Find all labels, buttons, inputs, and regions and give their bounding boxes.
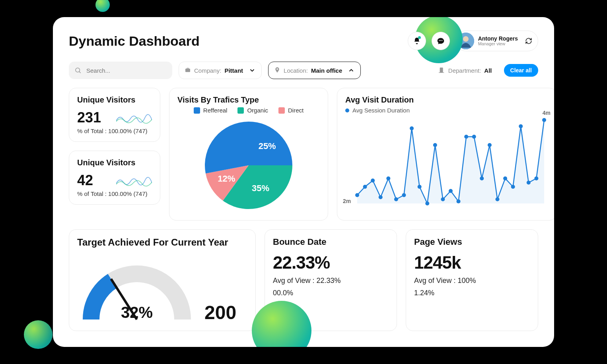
svg-point-15 [418,185,422,189]
avg-legend: Avg Session Duration [345,107,548,114]
sparkline-icon [116,173,152,187]
user-role: Manager view [478,41,518,46]
page-views-card: Page Views 1245k Avg of View : 100% 1.24… [406,229,538,331]
company-label: Company: [194,67,221,74]
svg-point-2 [76,68,80,72]
building-icon [439,67,445,74]
svg-point-12 [394,197,398,201]
avg-duration-line-chart [345,116,548,211]
svg-point-31 [542,118,546,122]
chevron-up-icon [348,67,355,74]
user-menu[interactable]: Antony Rogers Manager view [455,31,538,51]
department-label: Department: [448,67,481,74]
company-value: Pittant [224,67,243,74]
uv1-sub: % of Total : 100.00% (747) [77,128,152,134]
svg-line-3 [79,72,80,73]
svg-point-19 [449,189,453,193]
svg-point-8 [363,185,367,189]
location-value: Main office [311,67,342,74]
bounce-line-1: Avg of View : 22.33% [273,277,389,285]
card-title: Avg Visit Duration [345,95,548,105]
svg-text:12%: 12% [218,174,235,184]
bounce-value: 22.33% [273,253,389,273]
department-value: All [484,67,492,74]
legend-organic: Organic [237,107,268,114]
chat-icon [437,37,445,45]
company-filter[interactable]: Company: Pittant [179,62,262,79]
y-max-label: 4m [543,110,551,116]
svg-point-18 [441,197,445,201]
bounce-line-2: 00.0% [273,289,389,297]
department-filter[interactable]: Department: All [433,62,498,79]
sparkline-icon [116,110,152,124]
svg-point-23 [480,176,484,180]
card-title: Page Views [414,237,530,247]
briefcase-icon [185,67,191,74]
views-line-1: Avg of View : 100% [414,277,530,285]
svg-point-26 [503,176,507,180]
svg-point-22 [472,135,476,139]
svg-point-7 [355,193,359,197]
search-input-wrap[interactable] [69,62,172,79]
svg-point-30 [534,176,538,180]
svg-point-13 [402,193,406,197]
svg-point-21 [464,135,468,139]
svg-text:35%: 35% [252,183,269,193]
messages-button[interactable] [432,32,450,50]
svg-text:32%: 32% [121,304,153,321]
y-min-label: 2m [343,198,351,204]
location-label: Location: [284,67,308,74]
unique-visitors-card-1: Unique Visitors 231 % of Total : 100.00%… [69,88,160,142]
svg-point-14 [410,126,414,130]
page-title: Dynamic Dashboard [69,33,200,49]
svg-point-1 [463,36,469,42]
svg-point-10 [379,195,383,199]
target-gauge-chart: 32% [77,256,196,323]
legend-reffereal: Reffereal [194,107,228,114]
pin-icon [274,67,280,74]
svg-point-20 [457,199,461,203]
user-name: Antony Rogers [478,36,518,41]
svg-point-17 [433,143,437,147]
card-title: Target Achieved For Current Year [77,237,247,248]
svg-point-25 [496,197,500,201]
svg-point-29 [527,181,531,185]
target-side-value: 200 [204,302,236,323]
svg-point-28 [519,124,523,128]
clear-all-button[interactable]: Clear all [504,64,538,77]
views-value: 1245k [414,253,530,273]
notifications-button[interactable] [408,32,426,50]
uv1-value: 231 [77,109,101,126]
legend-direct: Direct [278,107,304,114]
card-title: Bounce Date [273,237,389,247]
uv2-sub: % of Total : 100.00% (747) [77,190,152,197]
card-title: Unique Visitors [77,158,152,167]
dashboard-panel: Dynamic Dashboard Antony Rogers Manager … [53,17,554,347]
avg-visit-duration-card: Avg Visit Duration Avg Session Duration … [337,88,554,221]
decorative-ball [24,320,53,349]
svg-point-11 [386,176,390,180]
location-filter[interactable]: Location: Main office [268,62,361,79]
refresh-icon[interactable] [525,37,532,45]
card-title: Visits By Trafics Type [177,95,320,105]
svg-point-24 [488,143,492,147]
uv2-value: 42 [77,172,93,189]
svg-text:25%: 25% [259,141,276,151]
decorative-ball [95,0,110,12]
svg-point-16 [425,201,429,205]
search-input[interactable] [86,67,167,74]
svg-point-9 [371,178,375,182]
traffic-pie-chart: 25%35%12% [201,118,296,213]
target-card: Target Achieved For Current Year 32% 200 [69,229,256,331]
chevron-down-icon [249,67,256,74]
views-line-2: 1.24% [414,289,530,297]
card-title: Unique Visitors [77,95,152,105]
traffic-type-card: Visits By Trafics Type Reffereal Organic… [169,88,328,221]
svg-point-27 [511,185,515,189]
unique-visitors-card-2: Unique Visitors 42 % of Total : 100.00% … [69,151,160,205]
search-icon [74,67,82,74]
